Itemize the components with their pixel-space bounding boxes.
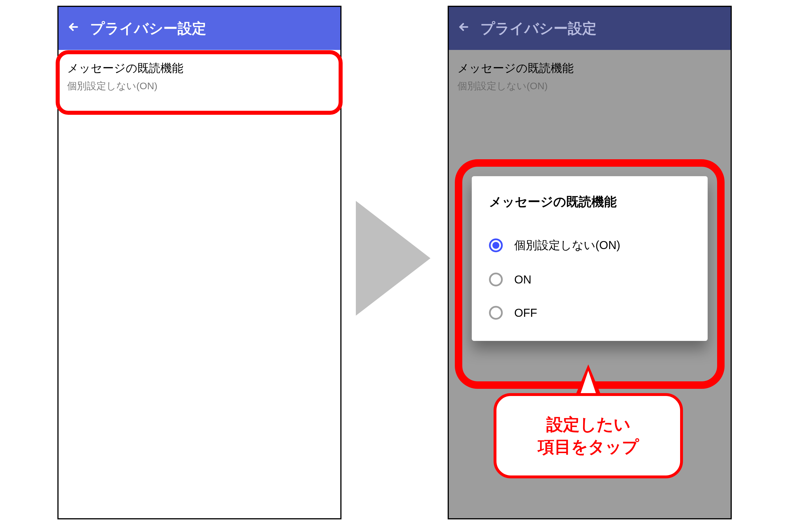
dialog-title: メッセージの既読機能 xyxy=(489,193,690,210)
settings-row-read-receipts: メッセージの既読機能 個別設定しない(ON) xyxy=(449,50,731,101)
callout-line: 設定したい xyxy=(514,413,663,436)
callout-line: 項目をタップ xyxy=(514,436,663,458)
radio-label: ON xyxy=(514,273,532,286)
back-icon[interactable] xyxy=(458,20,470,37)
radio-icon xyxy=(489,239,503,252)
appbar: プライバシー設定 xyxy=(449,7,731,50)
radio-option-on[interactable]: ON xyxy=(489,263,690,296)
radio-option-off[interactable]: OFF xyxy=(489,296,690,329)
radio-icon xyxy=(489,272,503,286)
appbar-title: プライバシー設定 xyxy=(480,19,597,38)
appbar-title: プライバシー設定 xyxy=(90,19,206,38)
settings-row-subtitle: 個別設定しない(ON) xyxy=(458,79,722,93)
appbar: プライバシー設定 xyxy=(59,7,340,50)
radio-option-default-on[interactable]: 個別設定しない(ON) xyxy=(489,228,690,263)
arrow-icon xyxy=(356,201,430,316)
instruction-callout: 設定したい 項目をタップ xyxy=(494,393,683,478)
back-icon[interactable] xyxy=(67,20,80,37)
phone-screen-left: プライバシー設定 メッセージの既読機能 個別設定しない(ON) xyxy=(57,6,342,519)
radio-label: 個別設定しない(ON) xyxy=(514,237,620,253)
settings-row-subtitle: 個別設定しない(ON) xyxy=(67,79,332,93)
settings-row-read-receipts[interactable]: メッセージの既読機能 個別設定しない(ON) xyxy=(59,50,340,101)
settings-row-title: メッセージの既読機能 xyxy=(458,60,722,76)
settings-row-title: メッセージの既読機能 xyxy=(67,60,332,76)
tutorial-stage: プライバシー設定 メッセージの既読機能 個別設定しない(ON) プライバシー設定… xyxy=(0,0,790,532)
radio-icon xyxy=(489,306,503,320)
options-dialog: メッセージの既読機能 個別設定しない(ON) ON OFF xyxy=(472,176,708,341)
radio-label: OFF xyxy=(514,306,537,319)
